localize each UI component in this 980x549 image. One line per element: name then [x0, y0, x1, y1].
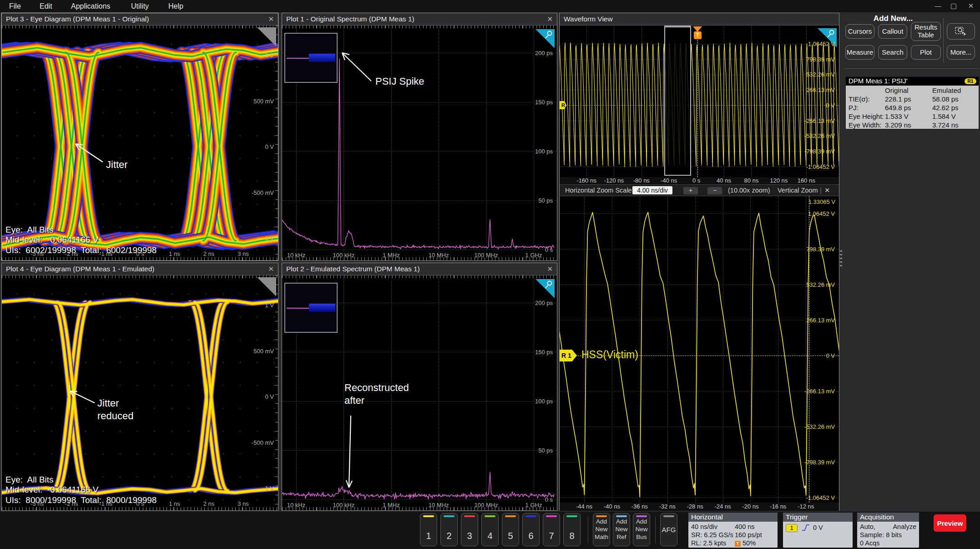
zoom-corner-icon[interactable]	[257, 27, 276, 46]
channel-4-button[interactable]: 4	[481, 513, 499, 546]
plot2-close-icon[interactable]: ✕	[547, 263, 553, 275]
axis-tick-label: -160 ns	[576, 177, 596, 184]
reconstructed-annotation-line1: Reconstructed	[344, 382, 409, 394]
add-search-button[interactable]: Search	[878, 45, 907, 60]
add-measure-button[interactable]: Measure	[845, 45, 874, 60]
trigger-source-badge: 1	[786, 524, 798, 532]
add-plot-button[interactable]: Plot	[911, 45, 941, 60]
plot3-title: Plot 3 - Eye Diagram (DPM Meas 1 - Origi…	[6, 15, 149, 23]
plot1-close-icon[interactable]: ✕	[547, 13, 553, 25]
channel-7-button[interactable]: 7	[543, 513, 560, 546]
menu-applications[interactable]: Applications	[71, 0, 110, 12]
zoom-in-button[interactable]: +	[683, 187, 698, 195]
afg-button[interactable]: AFG	[660, 513, 677, 546]
acquisition-count: 0 Acqs	[860, 539, 880, 547]
zoom-close-icon[interactable]: ✕	[824, 186, 830, 194]
axis-tick-label: 798.39 mV	[806, 246, 835, 253]
zoom-scale-input[interactable]: 4.00 ns/div	[632, 186, 672, 194]
axis-tick-label: -36 ns	[631, 503, 648, 510]
axis-tick-label: -2 ns	[65, 500, 78, 507]
waveform-view-title-bar[interactable]: Waveform View	[560, 13, 839, 25]
axis-tick-label: 1 V	[265, 52, 274, 59]
plot4-close-icon[interactable]: ✕	[268, 263, 274, 275]
add-cursors-button[interactable]: Cursors	[845, 24, 874, 39]
overview-x-axis: -160 ns-120 ns-80 ns-40 ns0 s40 ns80 ns1…	[560, 177, 839, 184]
axis-tick-label: 1 MHz	[383, 252, 400, 259]
tick-comb	[2, 507, 278, 510]
tick-comb	[2, 275, 278, 278]
axis-tick-label: -1 V	[263, 485, 274, 492]
waveform-zoomed[interactable]: R 1 HSS(Victim) 1.33065 V 1.06452 V798.3…	[560, 196, 839, 503]
trigger-marker-icon[interactable]: T	[694, 31, 702, 39]
acquisition-settings-panel[interactable]: Acquisition Auto, Analyze Sample: 8 bits…	[857, 513, 919, 548]
bottom-settings-bar: Ref 1 266.1 mV/div6.25 GS/sHSSVictim... …	[0, 512, 980, 549]
panel-splitter-handle[interactable]	[840, 250, 842, 267]
channel-6-button[interactable]: 6	[522, 513, 540, 546]
add-new-math-button[interactable]: Add New Math	[593, 513, 610, 546]
axis-tick-label: 50 ps	[538, 447, 553, 454]
results-table-row: TIE(σ): 228.1 ps 58.08 ps	[846, 95, 979, 103]
zoom-out-button[interactable]: −	[707, 187, 722, 195]
channel-2-button[interactable]: 2	[440, 513, 458, 546]
channel-color-bar	[566, 515, 577, 517]
horizontal-settings-panel[interactable]: Horizontal 40 ns/div 400 ns SR: 6.25 GS/…	[688, 513, 778, 548]
plot1-title-bar[interactable]: Plot 1 - Original Spectrum (DPM Meas 1)	[282, 13, 557, 25]
plot3-title-bar[interactable]: Plot 3 - Eye Diagram (DPM Meas 1 - Origi…	[2, 13, 278, 25]
waveform-view-title: Waveform View	[564, 15, 613, 23]
menu-help[interactable]: Help	[168, 0, 183, 12]
col-header-original: Original	[885, 86, 909, 95]
divider	[943, 18, 944, 63]
vertical-zoom-button[interactable]: Vertical Zoom	[778, 186, 818, 194]
trigger-position-line	[697, 26, 698, 177]
jitter-reduced-annotation-line2: reduced	[97, 410, 134, 422]
menu-file[interactable]: File	[9, 0, 21, 12]
axis-tick-label: -28 ns	[687, 503, 703, 510]
button-color-bar	[636, 515, 647, 517]
minimize-icon[interactable]: —	[934, 0, 943, 12]
plot4-title-bar[interactable]: Plot 4 - Eye Diagram (DPM Meas 1 - Emula…	[2, 263, 278, 275]
dpm-results-table[interactable]: DPM Meas 1: PSIJ' R1 Original Emulated T…	[845, 76, 979, 129]
plot4-title: Plot 4 - Eye Diagram (DPM Meas 1 - Emula…	[6, 265, 154, 273]
axis-tick-label: 10 MHz	[429, 252, 449, 259]
channel-1-button[interactable]: 1	[420, 513, 437, 546]
plot2-title-bar[interactable]: Plot 2 - Emulated Spectrum (DPM Meas 1)	[282, 263, 557, 275]
plot3-close-icon[interactable]: ✕	[268, 13, 274, 25]
axis-tick-label: -2 ns	[65, 250, 78, 257]
add-results-table-button[interactable]: Results Table	[911, 22, 941, 41]
trigger-settings-panel[interactable]: Trigger 1 0 V	[783, 513, 853, 548]
axis-tick-label: 100 ps	[535, 398, 553, 405]
axis-tick-label: 10 kHz	[287, 252, 305, 259]
axis-tick-label: -24 ns	[714, 503, 731, 510]
axis-tick-label: 0 V	[826, 102, 835, 108]
channel-3-button[interactable]: 3	[461, 513, 478, 546]
waveform-view-panel: Waveform View T R 1.06452 V798.39 mV532.…	[559, 13, 839, 511]
menu-edit[interactable]: Edit	[40, 0, 52, 12]
rising-edge-icon	[801, 524, 810, 532]
menu-utility[interactable]: Utility	[131, 0, 149, 12]
add-new-ref-button[interactable]: Add New Ref	[613, 513, 630, 546]
preview-button[interactable]: Preview	[934, 514, 966, 532]
zoom-window-selector[interactable]	[664, 26, 691, 176]
zoom-select-button[interactable]	[947, 23, 975, 40]
results-table-row: PJ: 649.8 ps 42.62 ps	[846, 103, 979, 112]
axis-tick-label: 200 ps	[535, 300, 553, 306]
channel-8-button[interactable]: 8	[563, 513, 581, 546]
channel-5-button[interactable]: 5	[502, 513, 519, 546]
axis-tick-label: -32 ns	[659, 503, 676, 510]
divider	[655, 517, 656, 543]
close-icon[interactable]: ✕	[966, 0, 975, 12]
spectrum-thumbnail[interactable]	[284, 283, 338, 333]
tick-comb	[282, 257, 557, 260]
plot3-eye-diagram-canvas: Jitter Eye: All Bits Mid-level: -0.06411…	[2, 25, 278, 260]
waveform-overview[interactable]: T R 1.06452 V798.39 mV532.26 mV266.13 mV…	[560, 25, 839, 177]
maximize-icon[interactable]: ▢	[949, 0, 958, 12]
plot1-title: Plot 1 - Original Spectrum (DPM Meas 1)	[286, 15, 414, 23]
zoom-corner-icon[interactable]	[257, 277, 276, 296]
trigger-title: Trigger	[783, 513, 853, 522]
spectrum-thumbnail[interactable]	[284, 33, 338, 83]
add-callout-button[interactable]: Callout	[878, 24, 907, 39]
tick-comb	[275, 275, 278, 510]
more-button[interactable]: More...	[947, 45, 975, 60]
sample-rate: SR: 6.25 GS/s	[691, 531, 733, 539]
add-new-bus-button[interactable]: Add New Bus	[633, 513, 650, 546]
